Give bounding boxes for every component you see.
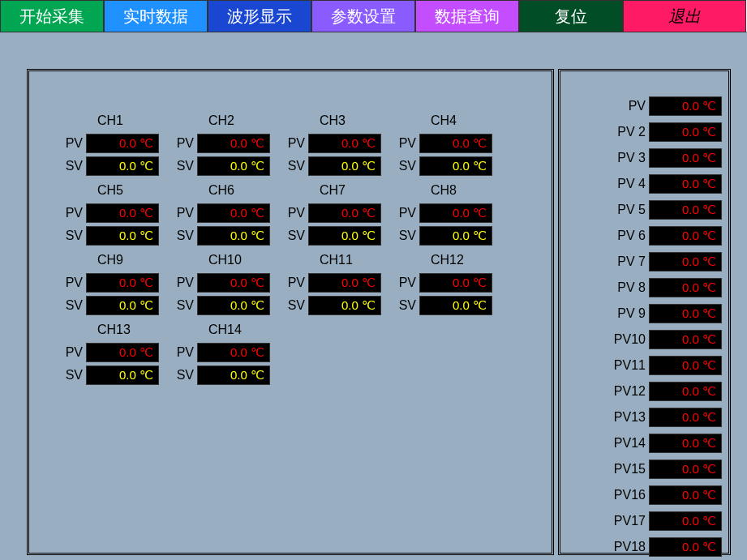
pv-list-display: 0.0 ℃ xyxy=(649,200,722,220)
pv-list-row: PV120.0 ℃ xyxy=(567,381,722,402)
realtime-data-button[interactable]: 实时数据 xyxy=(104,0,208,32)
pv-display: 0.0 ℃ xyxy=(197,273,270,293)
pv-row: PV0.0 ℃ xyxy=(284,133,393,154)
pv-display: 0.0 ℃ xyxy=(419,273,492,293)
sv-row: SV0.0 ℃ xyxy=(62,225,171,246)
reset-button[interactable]: 复位 xyxy=(519,0,623,32)
pv-list-display: 0.0 ℃ xyxy=(649,434,722,453)
pv-label: PV xyxy=(284,206,305,220)
sv-label: SV xyxy=(173,159,194,173)
pv-list-row: PV150.0 ℃ xyxy=(567,459,722,480)
pv-list-display: 0.0 ℃ xyxy=(649,408,722,427)
channel-title: CH12 xyxy=(395,253,504,267)
pv-display: 0.0 ℃ xyxy=(419,203,492,223)
main-toolbar: 开始采集 实时数据 波形显示 参数设置 数据查询 复位 退出 xyxy=(0,0,747,32)
channel-title: CH1 xyxy=(62,113,171,128)
sv-row: SV0.0 ℃ xyxy=(395,225,504,246)
sv-display: 0.0 ℃ xyxy=(308,296,381,315)
pv-list-row: PV180.0 ℃ xyxy=(567,536,722,558)
channel-block: CH5PV0.0 ℃SV0.0 ℃ xyxy=(62,183,171,246)
pv-list-label: PV10 xyxy=(614,332,646,347)
pv-list-row: PV0.0 ℃ xyxy=(567,96,722,117)
sv-row: SV0.0 ℃ xyxy=(284,156,393,177)
pv-list-label: PV 6 xyxy=(617,229,646,243)
channel-block: CH1PV0.0 ℃SV0.0 ℃ xyxy=(62,113,171,177)
pv-list-label: PV 8 xyxy=(617,280,646,295)
pv-display: 0.0 ℃ xyxy=(86,134,159,153)
pv-row: PV0.0 ℃ xyxy=(62,342,171,363)
pv-label: PV xyxy=(173,276,194,290)
waveform-button[interactable]: 波形显示 xyxy=(208,0,311,32)
channel-title: CH3 xyxy=(284,113,393,128)
sv-display: 0.0 ℃ xyxy=(197,156,270,176)
start-acquire-button[interactable]: 开始采集 xyxy=(0,0,104,32)
sv-row: SV0.0 ℃ xyxy=(395,156,504,177)
pv-label: PV xyxy=(173,206,194,220)
pv-list-label: PV 5 xyxy=(617,203,646,217)
channel-block: CH2PV0.0 ℃SV0.0 ℃ xyxy=(173,113,282,177)
exit-button[interactable]: 退出 xyxy=(623,0,746,32)
pv-label: PV xyxy=(62,206,83,220)
pv-list-row: PV 60.0 ℃ xyxy=(567,225,722,246)
channels-panel: CH1PV0.0 ℃SV0.0 ℃CH2PV0.0 ℃SV0.0 ℃CH3PV0… xyxy=(27,69,554,555)
pv-list-row: PV 70.0 ℃ xyxy=(567,251,722,272)
sv-label: SV xyxy=(62,229,83,243)
pv-row: PV0.0 ℃ xyxy=(395,272,504,293)
sv-label: SV xyxy=(395,229,416,243)
pv-list-label: PV11 xyxy=(614,358,646,373)
pv-list-label: PV15 xyxy=(614,462,646,477)
sv-label: SV xyxy=(173,229,194,243)
param-settings-button[interactable]: 参数设置 xyxy=(311,0,415,32)
sv-label: SV xyxy=(395,298,416,313)
pv-list-display: 0.0 ℃ xyxy=(649,485,722,505)
pv-list-display: 0.0 ℃ xyxy=(649,148,722,168)
sv-label: SV xyxy=(395,159,416,173)
pv-display: 0.0 ℃ xyxy=(419,134,492,153)
pv-list-row: PV160.0 ℃ xyxy=(567,485,722,506)
channel-title: CH14 xyxy=(173,323,282,337)
sv-display: 0.0 ℃ xyxy=(419,156,492,176)
sv-row: SV0.0 ℃ xyxy=(62,365,171,386)
pv-list-row: PV 80.0 ℃ xyxy=(567,277,722,298)
sv-row: SV0.0 ℃ xyxy=(173,295,282,316)
pv-list-display: 0.0 ℃ xyxy=(649,304,722,323)
sv-display: 0.0 ℃ xyxy=(86,296,159,315)
sv-row: SV0.0 ℃ xyxy=(62,295,171,316)
sv-display: 0.0 ℃ xyxy=(197,226,270,246)
pv-label: PV xyxy=(395,206,416,220)
pv-row: PV0.0 ℃ xyxy=(284,272,393,293)
pv-list-label: PV13 xyxy=(614,410,646,425)
sv-display: 0.0 ℃ xyxy=(197,365,270,385)
sv-display: 0.0 ℃ xyxy=(86,226,159,246)
pv-label: PV xyxy=(284,136,305,151)
pv-display: 0.0 ℃ xyxy=(308,273,381,293)
channel-block: CH12PV0.0 ℃SV0.0 ℃ xyxy=(395,253,504,316)
channel-block: CH4PV0.0 ℃SV0.0 ℃ xyxy=(395,113,504,177)
sv-row: SV0.0 ℃ xyxy=(173,225,282,246)
channel-block: CH6PV0.0 ℃SV0.0 ℃ xyxy=(173,183,282,246)
channel-title: CH8 xyxy=(395,183,504,198)
pv-list-label: PV xyxy=(629,99,646,113)
pv-display: 0.0 ℃ xyxy=(308,134,381,153)
pv-list-label: PV 7 xyxy=(617,254,646,269)
sv-row: SV0.0 ℃ xyxy=(284,295,393,316)
pv-list-row: PV 20.0 ℃ xyxy=(567,122,722,143)
pv-list-label: PV12 xyxy=(614,384,646,399)
pv-label: PV xyxy=(62,345,83,360)
pv-list-display: 0.0 ℃ xyxy=(649,96,722,116)
sv-display: 0.0 ℃ xyxy=(86,156,159,176)
pv-list-display: 0.0 ℃ xyxy=(649,278,722,297)
channel-block: CH8PV0.0 ℃SV0.0 ℃ xyxy=(395,183,504,246)
sv-row: SV0.0 ℃ xyxy=(173,156,282,177)
pv-row: PV0.0 ℃ xyxy=(62,133,171,154)
pv-list-row: PV 50.0 ℃ xyxy=(567,199,722,220)
sv-display: 0.0 ℃ xyxy=(308,156,381,176)
sv-label: SV xyxy=(62,368,83,383)
pv-list-label: PV 9 xyxy=(617,306,646,321)
pv-list-row: PV140.0 ℃ xyxy=(567,433,722,454)
pv-list-label: PV 3 xyxy=(617,151,646,165)
channel-title: CH2 xyxy=(173,113,282,128)
pv-list-row: PV170.0 ℃ xyxy=(567,511,722,532)
data-query-button[interactable]: 数据查询 xyxy=(415,0,519,32)
channel-block: CH11PV0.0 ℃SV0.0 ℃ xyxy=(284,253,393,316)
